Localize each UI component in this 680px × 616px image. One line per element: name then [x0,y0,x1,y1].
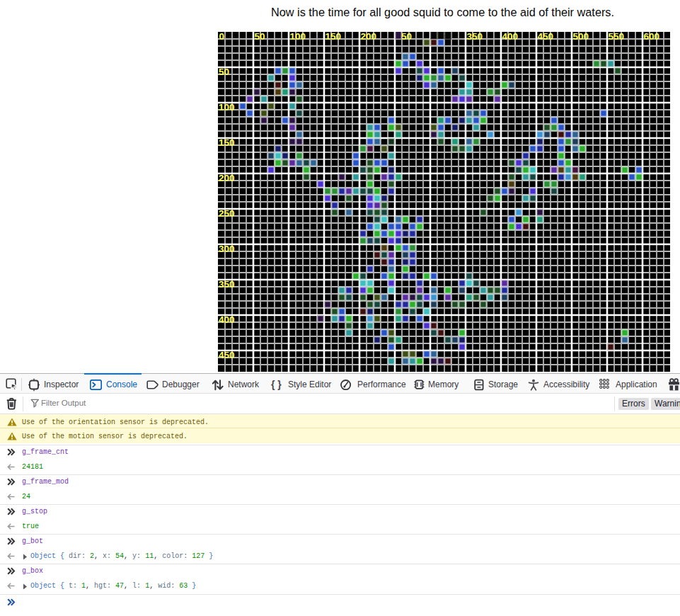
svg-text:200: 200 [219,173,235,183]
svg-text:450: 450 [219,350,235,360]
svg-text:200: 200 [361,32,377,42]
svg-text:350: 350 [467,32,483,42]
svg-text:150: 150 [219,137,235,148]
svg-text:100: 100 [290,32,306,42]
svg-text:350: 350 [219,279,235,290]
svg-text:500: 500 [573,32,589,42]
svg-text:400: 400 [219,314,235,325]
svg-text:{ }: { } [271,379,282,390]
svg-text:400: 400 [502,32,519,42]
svg-text:0: 0 [219,32,225,42]
svg-text:150: 150 [325,32,342,42]
svg-text:250: 250 [219,208,235,219]
svg-text:50: 50 [255,32,265,42]
svg-text:550: 550 [609,32,625,42]
svg-text:50: 50 [219,67,229,77]
svg-text:100: 100 [219,102,235,113]
svg-text:300: 300 [219,244,235,254]
svg-text:450: 450 [538,32,554,42]
svg-text:600: 600 [644,32,660,42]
